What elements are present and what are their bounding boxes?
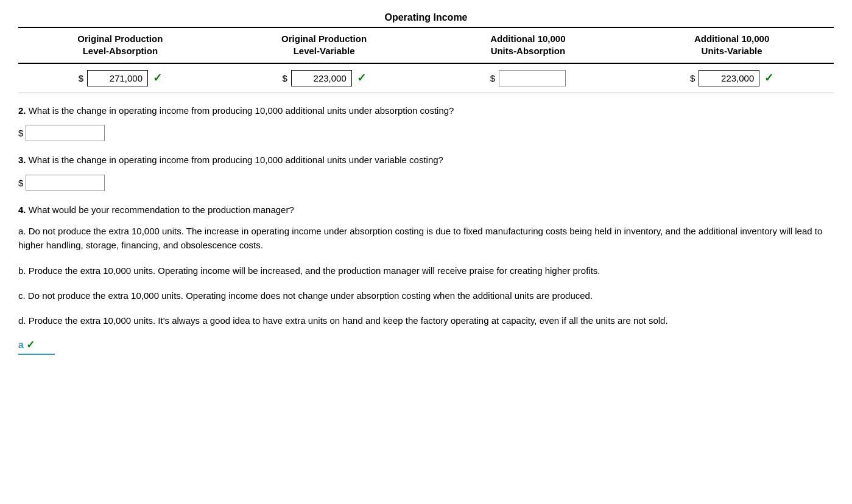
dollar-4: $ — [690, 73, 695, 83]
q4-answer-letter: a — [18, 340, 24, 351]
q2-number: 2. — [18, 105, 26, 116]
question-2-section: 2. What is the change in operating incom… — [18, 104, 834, 142]
col2-input[interactable] — [291, 70, 352, 86]
q3-number: 3. — [18, 155, 26, 165]
data-row-1: $ ✓ $ ✓ $ $ ✓ — [18, 64, 834, 93]
col-header-2: Original Production Level-Variable — [222, 33, 426, 58]
cell-col3: $ — [426, 70, 630, 86]
column-headers: Original Production Level-Absorption Ori… — [18, 28, 834, 64]
option-a-text: a. Do not produce the extra 10,000 units… — [18, 224, 834, 253]
col-header-3: Additional 10,000 Units-Absorption — [426, 33, 630, 58]
question-4-section: 4. What would be your recommendation to … — [18, 203, 834, 355]
col1-input[interactable] — [87, 70, 148, 86]
q3-input[interactable] — [26, 175, 105, 191]
option-d-text: d. Produce the extra 10,000 units. It's … — [18, 313, 834, 327]
question-3-section: 3. What is the change in operating incom… — [18, 153, 834, 191]
option-b-text: b. Produce the extra 10,000 units. Opera… — [18, 264, 834, 278]
cell-col4: $ ✓ — [630, 70, 834, 86]
table-title: Operating Income — [18, 12, 834, 28]
col-header-1: Original Production Level-Absorption — [18, 33, 222, 58]
col4-check: ✓ — [764, 71, 773, 85]
q3-answer-row: $ — [18, 175, 834, 191]
q4-answer-check: ✓ — [26, 338, 35, 351]
question-3-text: 3. What is the change in operating incom… — [18, 153, 834, 167]
operating-income-table: Operating Income Original Production Lev… — [18, 12, 834, 93]
col2-check: ✓ — [357, 71, 366, 85]
q2-answer-row: $ — [18, 125, 834, 141]
question-2-text: 2. What is the change in operating incom… — [18, 104, 834, 118]
q4-number: 4. — [18, 205, 26, 215]
col3-input[interactable] — [499, 70, 566, 86]
question-4-text: 4. What would be your recommendation to … — [18, 203, 834, 217]
q3-dollar: $ — [18, 178, 23, 188]
q2-input[interactable] — [26, 125, 105, 141]
dollar-2: $ — [282, 73, 287, 83]
cell-col2: $ ✓ — [222, 70, 426, 86]
cell-col1: $ ✓ — [18, 70, 222, 86]
dollar-1: $ — [79, 73, 83, 83]
dollar-3: $ — [490, 73, 495, 83]
q4-answer-line: a ✓ — [18, 338, 55, 355]
q2-dollar: $ — [18, 128, 23, 138]
option-c-text: c. Do not produce the extra 10,000 units… — [18, 289, 834, 303]
col-header-4: Additional 10,000 Units-Variable — [630, 33, 834, 58]
col1-check: ✓ — [153, 71, 162, 85]
col4-input[interactable] — [699, 70, 759, 86]
